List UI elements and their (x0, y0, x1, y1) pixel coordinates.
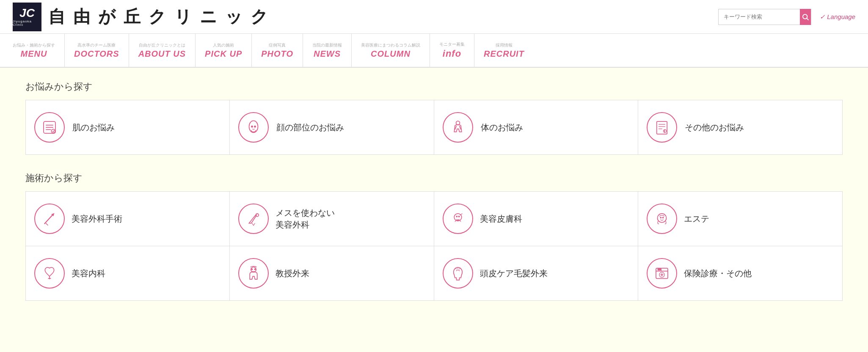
nav-doctors-label: DOCTORS (74, 49, 119, 59)
svg-point-30 (251, 269, 253, 270)
hair-icon (449, 264, 467, 282)
body-icon-circle (443, 112, 473, 143)
esthetic-icon (653, 210, 671, 228)
svg-point-26 (662, 217, 664, 218)
svg-line-18 (46, 223, 48, 226)
internal-label: 美容内科 (72, 267, 105, 279)
main-nav: お悩み・施術から探す MENU 高水準のチーム医療 DOCTORS 自由が丘クリ… (0, 34, 868, 68)
professor-label: 教授外来 (276, 267, 309, 279)
worries-section-title: お悩みから探す (25, 80, 843, 93)
main-content: お悩みから探す 肌のお悩み (0, 68, 868, 314)
nav-news-label: NEWS (314, 49, 341, 59)
dermatology-icon (449, 210, 467, 228)
nav-photo-sublabel: 症例写真 (269, 42, 286, 48)
esthetic-icon-circle (647, 204, 677, 234)
worries-other[interactable]: ! その他のお悩み (638, 100, 842, 154)
svg-text:!: ! (664, 130, 664, 132)
worries-body[interactable]: 体のお悩み (434, 100, 638, 154)
search-input[interactable] (719, 14, 800, 20)
other-icon: ! (653, 118, 671, 136)
insurance-label: 保険診療・その他 (684, 267, 752, 279)
nav-menu[interactable]: お悩み・施術から探す MENU (8, 34, 65, 67)
svg-point-10 (456, 121, 460, 125)
hair-label: 頭皮ケア毛髪外来 (480, 267, 548, 279)
treatment-hair[interactable]: 頭皮ケア毛髪外来 (434, 246, 638, 300)
nav-info[interactable]: モニター募集 info (430, 34, 474, 67)
nonsurgery-icon-circle (238, 204, 269, 234)
insurance-icon: 保険 (653, 264, 671, 282)
svg-line-33 (455, 268, 456, 270)
language-selector[interactable]: ✓ Language (820, 13, 855, 21)
surgery-icon (41, 210, 58, 228)
nav-about-label: ABOUT US (138, 49, 186, 59)
nav-menu-label: MENU (21, 49, 47, 59)
svg-point-21 (456, 216, 457, 217)
nav-column[interactable]: 美容医療にまつわるコラム解説 COLUMN (352, 34, 430, 67)
insurance-icon-circle: 保険 (647, 258, 677, 289)
treatment-insurance[interactable]: 保険 保険診療・その他 (638, 246, 842, 300)
treatment-surgery[interactable]: 美容外科手術 (26, 192, 230, 246)
logo-area: JC Jiyugaoka Clinic 自 由 が 丘 ク リ ニ ッ ク (13, 3, 270, 31)
body-label: 体のお悩み (481, 122, 523, 133)
search-button[interactable] (800, 9, 811, 25)
nav-column-label: COLUMN (371, 49, 411, 59)
worries-face[interactable]: 顔の部位のお悩み (230, 100, 434, 154)
svg-text:保険: 保険 (657, 268, 661, 270)
nav-about[interactable]: 自由が丘クリニックとは ABOUT US (129, 34, 196, 67)
nav-doctors-sublabel: 高水準のチーム医療 (77, 42, 116, 48)
face-icon (245, 118, 262, 136)
dermatology-icon-circle (443, 204, 473, 234)
svg-point-31 (254, 269, 256, 270)
nav-menu-sublabel: お悩み・施術から探す (13, 42, 55, 48)
svg-point-6 (51, 129, 55, 133)
header-right: ✓ Language (718, 9, 855, 25)
treatment-professor[interactable]: 教授外来 (230, 246, 434, 300)
search-icon (802, 13, 809, 21)
treatment-internal[interactable]: 美容内科 (26, 246, 230, 300)
worries-skin[interactable]: 肌のお悩み (26, 100, 230, 154)
esthetic-label: エステ (684, 213, 709, 225)
nav-photo-label: PHOTO (261, 49, 293, 59)
other-label: その他のお悩み (685, 122, 744, 133)
other-icon-circle: ! (647, 112, 677, 143)
skin-icon (41, 118, 58, 136)
nav-info-label: info (443, 48, 461, 59)
svg-point-0 (803, 14, 807, 19)
face-label: 顔の部位のお悩み (276, 122, 344, 133)
professor-icon (245, 264, 262, 282)
nav-doctors[interactable]: 高水準のチーム医療 DOCTORS (65, 34, 129, 67)
nav-info-sublabel: モニター募集 (439, 41, 465, 47)
professor-icon-circle (238, 258, 269, 289)
treatments-grid: 美容外科手術 メスを使わない 美容外科 (25, 191, 843, 301)
svg-line-17 (44, 215, 52, 224)
treatment-esthetic[interactable]: エステ (638, 192, 842, 246)
body-icon (449, 118, 467, 136)
svg-point-22 (458, 216, 460, 217)
svg-point-7 (249, 121, 258, 132)
nonsurgery-label: メスを使わない 美容外科 (276, 207, 335, 231)
logo-box[interactable]: JC Jiyugaoka Clinic (13, 3, 41, 31)
svg-line-1 (807, 18, 808, 20)
nav-photo[interactable]: 症例写真 PHOTO (252, 34, 303, 67)
nav-about-sublabel: 自由が丘クリニックとは (139, 42, 185, 48)
svg-line-34 (459, 268, 460, 270)
face-icon-circle (238, 112, 269, 143)
treatment-dermatology[interactable]: 美容皮膚科 (434, 192, 638, 246)
nav-pickup-sublabel: 人気の施術 (213, 42, 234, 48)
svg-point-9 (254, 126, 256, 128)
nav-news[interactable]: 当院の最新情報 NEWS (303, 34, 352, 67)
site-title: 自 由 が 丘 ク リ ニ ッ ク (48, 5, 270, 28)
nav-recruit-label: RECRUIT (484, 49, 524, 59)
nav-pickup[interactable]: 人気の施術 PICK UP (196, 34, 252, 67)
site-header: JC Jiyugaoka Clinic 自 由 が 丘 ク リ ニ ッ ク ✓ … (0, 0, 868, 34)
nav-recruit-sublabel: 採用情報 (496, 42, 513, 48)
dermatology-label: 美容皮膚科 (480, 213, 522, 225)
skin-icon-circle (34, 112, 65, 143)
search-box (718, 9, 811, 25)
internal-icon-circle (34, 258, 65, 289)
nav-recruit[interactable]: 採用情報 RECRUIT (474, 34, 534, 67)
nav-pickup-label: PICK UP (205, 49, 242, 59)
hair-icon-circle (443, 258, 473, 289)
treatment-nonsurgery[interactable]: メスを使わない 美容外科 (230, 192, 434, 246)
logo-subtext: Jiyugaoka Clinic (13, 20, 41, 27)
